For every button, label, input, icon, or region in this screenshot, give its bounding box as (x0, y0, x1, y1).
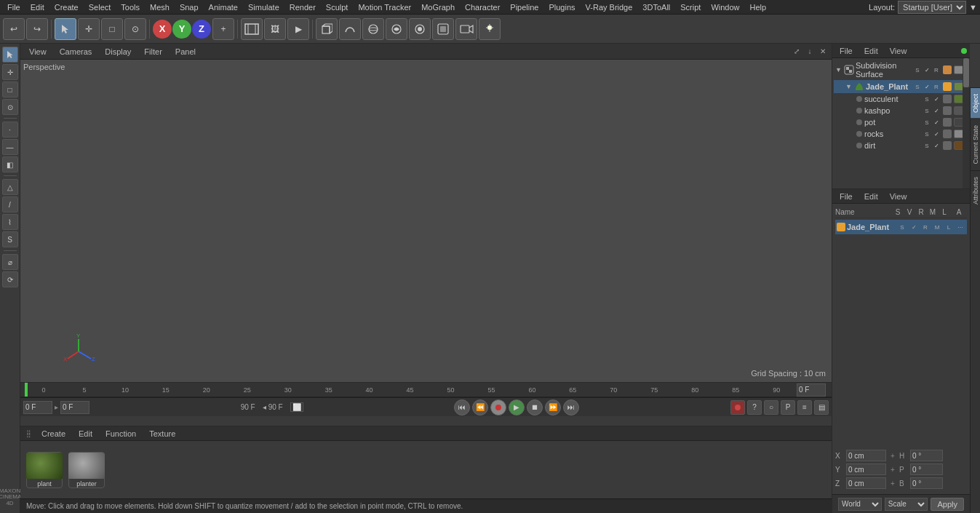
lt-sculpt2[interactable]: / (2, 196, 18, 212)
attr-selected-object-row[interactable]: Jade_Plant S ✓ R M L ⋯ (835, 220, 967, 234)
attr-tab-view[interactable]: View (885, 191, 912, 202)
cube-button[interactable] (316, 18, 338, 40)
tl-motion-path[interactable]: ○ (764, 400, 778, 415)
vp-tab-view[interactable]: View (23, 46, 52, 57)
rst-tab-attributes[interactable]: Attributes (971, 170, 980, 210)
menu-create[interactable]: Create (50, 1, 83, 13)
om-item-kashpo[interactable]: kashpo S ✓ (834, 105, 968, 116)
render-to-picture-viewer-button[interactable]: ▶ (287, 18, 309, 40)
tl-timeline-window[interactable]: ≡ (797, 400, 812, 415)
timeline-ruler[interactable]: 0 5 10 15 20 25 30 35 40 45 50 55 60 65 … (20, 383, 832, 397)
field-button[interactable] (432, 18, 454, 40)
attr-apply-button[interactable]: Apply (931, 498, 964, 511)
menu-edit[interactable]: Edit (26, 1, 49, 13)
coord-h-rot-input[interactable] (910, 450, 943, 461)
redo-button[interactable]: ↪ (26, 18, 48, 40)
rst-tab-object[interactable]: Object (971, 87, 980, 119)
tl-goto-start-button[interactable]: ⏮ (454, 399, 470, 415)
menu-3dtoall[interactable]: 3DToAll (638, 1, 674, 13)
layout-dropdown[interactable]: Startup [User] (898, 1, 966, 14)
menu-script[interactable]: Script (676, 1, 705, 13)
effector-button[interactable] (409, 18, 431, 40)
lt-circle[interactable]: ⌀ (2, 254, 18, 270)
spline-button[interactable] (339, 18, 361, 40)
undo-button[interactable]: ↩ (3, 18, 25, 40)
attr-ctrl-menu[interactable]: ⋯ (955, 222, 965, 232)
viewport-down-icon[interactable]: ↓ (804, 46, 816, 57)
move-tool-button[interactable]: ✛ (78, 18, 100, 40)
lt-polygons[interactable]: ◧ (2, 156, 18, 172)
menu-window[interactable]: Window (706, 1, 744, 13)
light-button[interactable] (479, 18, 501, 40)
tl-next-frame-button[interactable]: ⏩ (545, 399, 561, 415)
select-tool-button[interactable] (55, 18, 76, 40)
lt-points[interactable]: · (2, 122, 18, 138)
attr-world-select[interactable]: World Object (838, 498, 882, 511)
menu-select[interactable]: Select (84, 1, 116, 13)
menu-animate[interactable]: Animate (204, 1, 242, 13)
add-object-button[interactable]: + (212, 18, 234, 40)
menu-sculpt[interactable]: Sculpt (322, 1, 353, 13)
attr-tab-edit[interactable]: Edit (860, 191, 883, 202)
viewport[interactable]: Perspective Z Y X Grid Spacing : 10 cm (20, 60, 832, 382)
menu-simulate[interactable]: Simulate (244, 1, 284, 13)
menu-mesh[interactable]: Mesh (146, 1, 174, 13)
om-scroll-thumb[interactable] (963, 58, 969, 87)
menu-pipeline[interactable]: Pipeline (506, 1, 543, 13)
menu-help[interactable]: Help (746, 1, 771, 13)
mat-tab-create[interactable]: Create (36, 428, 71, 440)
lt-scale[interactable]: □ (2, 81, 18, 98)
timeline-current-field[interactable] (60, 401, 89, 414)
menu-file[interactable]: File (3, 1, 25, 13)
lt-move[interactable]: ✛ (2, 64, 18, 80)
lt-sculpt3[interactable]: ⌇ (2, 214, 18, 230)
coord-y-pos-input[interactable] (846, 464, 886, 475)
om-item-pot[interactable]: pot S ✓ (834, 116, 968, 128)
tl-motion-clip[interactable]: ▤ (814, 400, 829, 415)
deformer-button[interactable] (386, 18, 407, 40)
om-item-subdivision-surface[interactable]: ▼ Subdivision Surface S ✓ R (834, 60, 968, 80)
om-item-succulent[interactable]: succulent S ✓ (834, 93, 968, 105)
timeline-end-frame-input[interactable] (797, 383, 826, 397)
om-item-dirt[interactable]: dirt S ✓ (834, 140, 968, 151)
menu-tools[interactable]: Tools (116, 1, 144, 13)
viewport-close-icon[interactable]: ✕ (817, 46, 829, 57)
timeline-start-field[interactable] (23, 401, 52, 414)
camera-button[interactable] (455, 18, 477, 40)
coord-b-rot-input[interactable] (910, 477, 943, 489)
x-axis-button[interactable]: X (153, 20, 172, 39)
y-axis-button[interactable]: Y (172, 20, 191, 39)
z-axis-button[interactable]: Z (192, 20, 211, 39)
om-item-rocks[interactable]: rocks S ✓ (834, 128, 968, 140)
lt-s[interactable]: S (2, 231, 18, 247)
render-picture-button[interactable]: 🖼 (264, 18, 286, 40)
tl-goto-end-button[interactable]: ⏭ (563, 399, 579, 415)
tl-play-button[interactable]: ▶ (509, 399, 525, 415)
rst-tab-current-state[interactable]: Current State (971, 119, 980, 170)
menu-render[interactable]: Render (285, 1, 320, 13)
viewport-expand-icon[interactable]: ⤢ (791, 46, 802, 57)
attr-scale-select[interactable]: Scale (885, 498, 928, 511)
om-scrollbar[interactable] (963, 58, 970, 188)
tl-preview[interactable]: P (781, 400, 795, 415)
lt-select[interactable] (2, 47, 18, 63)
rotate-tool-button[interactable]: ⊙ (124, 18, 146, 40)
tl-stop-button[interactable]: ⏹ (527, 399, 543, 415)
render-region-button[interactable] (241, 18, 263, 40)
mat-tab-function[interactable]: Function (100, 428, 142, 440)
menu-vray-bridge[interactable]: V-Ray Bridge (581, 1, 637, 13)
lt-rotate[interactable]: ⊙ (2, 99, 18, 115)
menu-plugins[interactable]: Plugins (544, 1, 579, 13)
om-tab-view[interactable]: View (885, 45, 912, 57)
mat-swatch-planter[interactable]: planter (68, 452, 105, 488)
coord-p-rot-input[interactable] (910, 464, 943, 475)
tl-auto-key[interactable]: ? (747, 400, 762, 415)
vp-tab-cameras[interactable]: Cameras (54, 46, 98, 57)
menu-motion-tracker[interactable]: Motion Tracker (354, 1, 415, 13)
menu-snap[interactable]: Snap (175, 1, 203, 13)
lt-sculpt1[interactable]: △ (2, 179, 18, 195)
lt-rotate2[interactable]: ⟳ (2, 271, 18, 287)
tl-record-button[interactable] (490, 399, 506, 415)
attr-tab-file[interactable]: File (835, 191, 857, 202)
om-tab-edit[interactable]: Edit (860, 45, 883, 57)
